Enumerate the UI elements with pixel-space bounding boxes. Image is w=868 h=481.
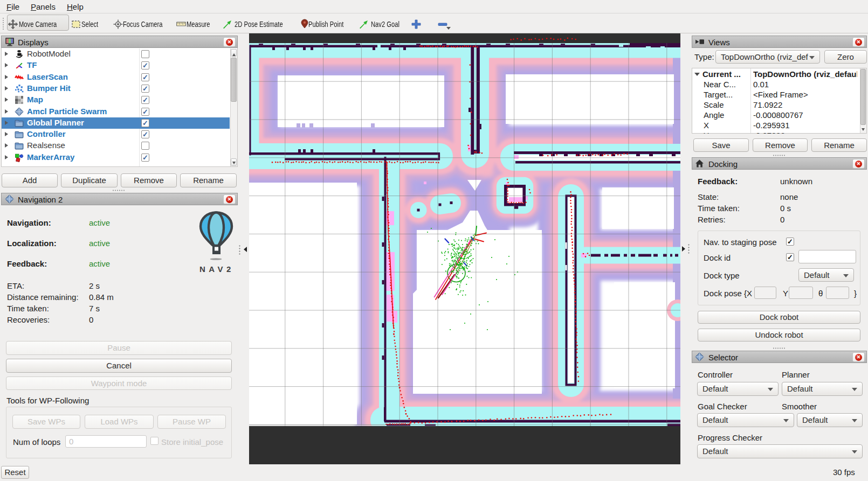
svg-text:NAV2: NAV2 <box>199 264 234 274</box>
